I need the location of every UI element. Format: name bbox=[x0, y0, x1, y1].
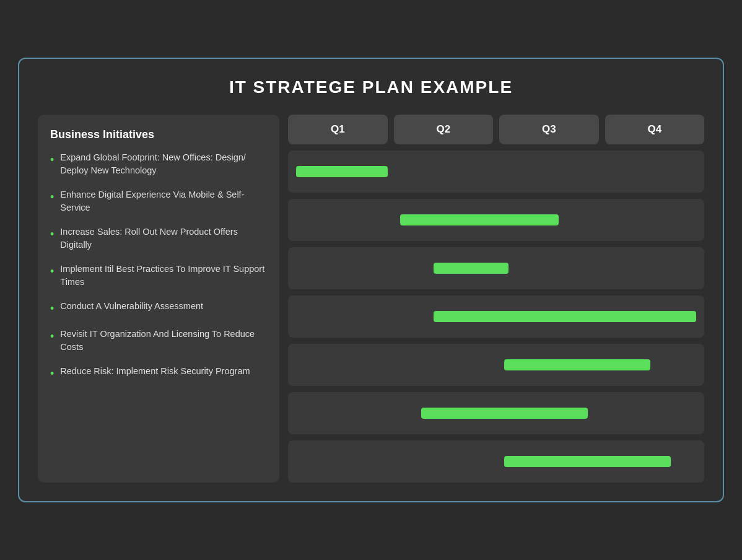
gantt-row bbox=[288, 199, 704, 241]
bullet-icon: • bbox=[50, 328, 54, 344]
gantt-rows bbox=[288, 151, 704, 483]
initiative-text: Reduce Risk: Implement Risk Security Pro… bbox=[60, 365, 250, 378]
gantt-row bbox=[288, 247, 704, 289]
bullet-icon: • bbox=[50, 263, 54, 279]
initiative-text: Expand Global Footprint: New Offices: De… bbox=[60, 151, 267, 177]
quarter-header: Q1 bbox=[288, 115, 388, 144]
gantt-bar bbox=[504, 456, 671, 467]
gantt-bar bbox=[296, 166, 388, 177]
initiatives-heading: Business Initiatives bbox=[50, 128, 267, 141]
gantt-bar bbox=[504, 359, 650, 370]
gantt-bar bbox=[434, 263, 508, 274]
left-panel: Business Initiatives •Expand Global Foot… bbox=[38, 115, 279, 483]
bullet-icon: • bbox=[50, 226, 54, 242]
right-panel: Q1Q2Q3Q4 bbox=[288, 115, 704, 483]
bullet-icon: • bbox=[50, 300, 54, 317]
initiative-item: •Reduce Risk: Implement Risk Security Pr… bbox=[50, 365, 267, 382]
initiative-text: Revisit IT Organization And Licensing To… bbox=[60, 328, 267, 354]
bullet-icon: • bbox=[50, 189, 54, 205]
quarters-row: Q1Q2Q3Q4 bbox=[288, 115, 704, 144]
initiative-item: •Expand Global Footprint: New Offices: D… bbox=[50, 151, 267, 177]
initiative-text: Increase Sales: Roll Out New Product Off… bbox=[60, 225, 267, 252]
gantt-bar bbox=[421, 408, 588, 419]
content-area: Business Initiatives •Expand Global Foot… bbox=[38, 115, 704, 483]
initiative-text: Enhance Digital Experience Via Mobile & … bbox=[60, 188, 267, 214]
initiative-item: •Conduct A Vulnerability Assessment bbox=[50, 300, 267, 317]
page-title: IT STRATEGE PLAN EXAMPLE bbox=[38, 77, 704, 97]
gantt-bar bbox=[400, 214, 558, 225]
gantt-row bbox=[288, 344, 704, 386]
initiative-item: •Implement Itil Best Practices To Improv… bbox=[50, 263, 267, 289]
main-container: IT STRATEGE PLAN EXAMPLE Business Initia… bbox=[18, 58, 724, 502]
initiative-item: •Revisit IT Organization And Licensing T… bbox=[50, 328, 267, 354]
gantt-row bbox=[288, 392, 704, 434]
gantt-row bbox=[288, 295, 704, 338]
quarter-header: Q2 bbox=[394, 115, 494, 144]
initiative-item: •Enhance Digital Experience Via Mobile &… bbox=[50, 188, 267, 214]
quarter-header: Q3 bbox=[499, 115, 599, 144]
initiative-item: •Increase Sales: Roll Out New Product Of… bbox=[50, 225, 267, 252]
gantt-row bbox=[288, 151, 704, 193]
gantt-bar bbox=[434, 311, 696, 322]
initiative-text: Conduct A Vulnerability Assessment bbox=[60, 300, 203, 313]
gantt-row bbox=[288, 440, 704, 483]
quarter-header: Q4 bbox=[605, 115, 705, 144]
initiative-text: Implement Itil Best Practices To Improve… bbox=[60, 263, 267, 289]
bullet-icon: • bbox=[50, 365, 54, 382]
initiatives-list: •Expand Global Footprint: New Offices: D… bbox=[50, 151, 267, 382]
bullet-icon: • bbox=[50, 152, 54, 168]
